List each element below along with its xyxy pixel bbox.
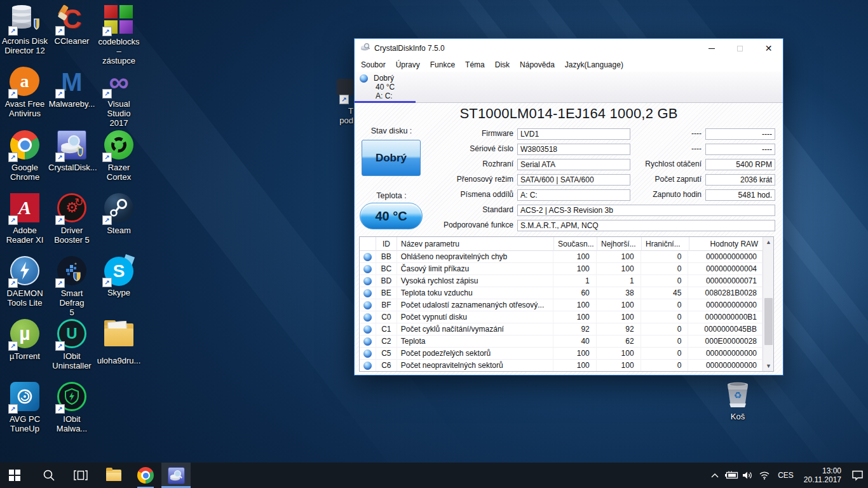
driverbooster-icon: ⚙↻↗ xyxy=(57,193,87,224)
menu-item-funkce[interactable]: Funkce xyxy=(425,59,460,71)
desktop-icon-driver-booster-5[interactable]: ⚙↻↗DriverBooster 5 xyxy=(48,193,95,255)
desktop-icon-acronis-disk-director-12[interactable]: ↗Acronis DiskDirector 12 xyxy=(1,4,48,67)
shortcut-arrow-icon: ↗ xyxy=(339,95,349,104)
smart-header-status[interactable] xyxy=(360,237,376,251)
disk-tab-drives: A: C: xyxy=(376,92,393,100)
start-button[interactable] xyxy=(0,463,29,488)
chrome-icon: ↗ xyxy=(10,130,40,161)
desktop-icon-ccleaner[interactable]: C↗CCleaner xyxy=(48,4,95,67)
desktop-icon-label: AVG PCTuneUp xyxy=(1,414,48,433)
smart-row-BC[interactable]: BCČasový limit příkazu100100000000000000… xyxy=(360,263,763,275)
desktop-icon-iobit-malwa[interactable]: ↗IObitMalwa... xyxy=(48,381,95,444)
action-center-button[interactable] xyxy=(846,463,868,488)
desktop-icon-label: Acronis DiskDirector 12 xyxy=(1,36,48,55)
maximize-button[interactable] xyxy=(726,39,754,58)
clock[interactable]: 13:00 20.11.2017 xyxy=(799,466,846,484)
desktop-icon-partial[interactable]: ↗ Tpod xyxy=(318,79,353,125)
wifi-tray-button[interactable] xyxy=(756,463,773,488)
desktop-icon-codeblocks-z-stupce[interactable]: ↗codeblocks –zástupce xyxy=(95,4,142,67)
smart-cell: 45 xyxy=(641,287,689,299)
menu-item-soubor[interactable]: Soubor xyxy=(356,59,391,71)
desktop-icon-daemon-tools-lite[interactable]: ↗DAEMONTools Lite xyxy=(1,255,48,318)
smart-cell: 0 xyxy=(641,360,689,372)
shortcut-arrow-icon: ↗ xyxy=(8,341,18,351)
smart-row-BB[interactable]: BBOhlášeno neopravitelných chyb100100000… xyxy=(360,251,763,263)
smart-cell: 100 xyxy=(553,263,597,275)
desktop-icon-skype[interactable]: S↗Skype xyxy=(95,255,142,318)
desktop-icon-avast-free-antivirus[interactable]: a↗Avast FreeAntivirus xyxy=(1,67,48,130)
smart-row-BE[interactable]: BETeplota toku vzduchu6038450080281B0028 xyxy=(360,287,763,299)
desktop-icon-label: DriverBooster 5 xyxy=(48,226,95,245)
desktop-icon-google-chrome[interactable]: ↗GoogleChrome xyxy=(1,130,48,193)
windows-logo-icon xyxy=(9,470,20,481)
smart-cell: 100 xyxy=(597,348,641,360)
disk-tab[interactable]: Dobrý 40 °C A: C: xyxy=(355,72,416,103)
desktop-icon-malwareby[interactable]: M↗Malwareby... xyxy=(48,67,95,130)
desktop-icon-smart-defrag-5[interactable]: ↗Smart Defrag5 xyxy=(48,255,95,318)
menu-bar: SouborÚpravyFunkceTémaDiskNápovědaJazyk(… xyxy=(355,58,783,72)
smart-cell: Počet vypnutí disku xyxy=(397,311,553,323)
smart-row-C0[interactable]: C0Počet vypnutí disku10010000000000000B1 xyxy=(360,311,763,323)
smart-row-C5[interactable]: C5Počet podezřelých sektorů1001000000000… xyxy=(360,348,763,360)
desktop-icon-avg-pc-tuneup[interactable]: ↗AVG PCTuneUp xyxy=(1,381,48,444)
field-rozhran-value: Serial ATA xyxy=(517,159,630,170)
smart-header-hodnotyraw[interactable]: Hodnoty RAW xyxy=(689,237,764,251)
smart-row-C2[interactable]: C2Teplota40620000E00000028 xyxy=(360,336,763,348)
desktop-icon-crystaldisk[interactable]: ↗CrystalDisk... xyxy=(48,130,95,193)
desktop-icon-razer-cortex[interactable]: ↗Razer Cortex xyxy=(95,130,142,193)
desktop-icon-label: CCleaner xyxy=(48,36,95,46)
language-indicator[interactable]: CES xyxy=(773,471,799,480)
chrome-taskbar-button[interactable] xyxy=(131,463,160,488)
menu-item-pravy[interactable]: Úpravy xyxy=(391,59,425,71)
menu-item-disk[interactable]: Disk xyxy=(490,59,515,71)
menu-item-npovda[interactable]: Nápověda xyxy=(515,59,560,71)
minimize-button[interactable] xyxy=(697,39,726,58)
disk-tab-temperature: 40 °C xyxy=(376,83,395,92)
scroll-down-icon[interactable]: ▼ xyxy=(763,361,774,371)
smart-cell: 000000000071 xyxy=(688,275,763,287)
disk-health-orb-icon xyxy=(360,74,368,83)
smart-cell: BB xyxy=(376,251,397,263)
field-empty-1-value: ---- xyxy=(705,144,775,155)
smart-cell: C0 xyxy=(376,311,397,323)
smart-row-C1[interactable]: C1Počet cyklů načítání/vymazání929200000… xyxy=(360,323,763,336)
health-orb-icon xyxy=(360,348,376,360)
scroll-up-icon[interactable]: ▲ xyxy=(763,237,774,247)
smart-cell: 1 xyxy=(597,275,641,287)
smart-cell: 60 xyxy=(553,287,597,299)
smart-cell: C5 xyxy=(376,348,397,360)
smart-table-header[interactable]: IDNázev parametruSoučasn...Nejhorší...Hr… xyxy=(360,237,773,251)
desktop-icon-torrent[interactable]: µ↗µTorrent xyxy=(1,318,48,381)
field-rychlost-ot-en-value: 5400 RPM xyxy=(705,159,775,170)
scrollbar-thumb[interactable] xyxy=(764,298,773,345)
search-icon xyxy=(43,469,55,482)
smart-cell: BC xyxy=(376,263,397,275)
task-view-button[interactable] xyxy=(66,463,95,488)
menu-item-tma[interactable]: Téma xyxy=(460,59,490,71)
tray-chevron-button[interactable] xyxy=(707,463,723,488)
volume-tray-button[interactable] xyxy=(740,463,756,488)
desktop-icon-steam[interactable]: ↗Steam xyxy=(95,193,142,255)
smart-cell: C1 xyxy=(376,323,397,336)
search-button[interactable] xyxy=(34,463,64,488)
smart-row-C6[interactable]: C6Počet neopravitelných sektorů100100000… xyxy=(360,360,763,371)
file-explorer-button[interactable] xyxy=(99,463,128,488)
desktop-icon-iobit-uninstaller[interactable]: U↗IObitUninstaller xyxy=(48,318,95,381)
smart-header-nejhor[interactable]: Nejhorší... xyxy=(597,237,642,251)
desktop-icon-uloha9dru[interactable]: ↗uloha9dru... xyxy=(95,318,142,381)
smart-header-id[interactable]: ID xyxy=(376,237,397,251)
smart-row-BD[interactable]: BDVysoká rychlost zápisu110000000000071 xyxy=(360,275,763,287)
battery-tray-button[interactable] xyxy=(723,463,740,488)
smart-header-nzevparametru[interactable]: Název parametru xyxy=(397,237,554,251)
smart-header-souasn[interactable]: Současn... xyxy=(554,237,597,251)
desktop-icon-recycle-bin[interactable]: ♻ Koš xyxy=(719,379,756,421)
desktop-icon-adobe-reader-xi[interactable]: A↗AdobeReader XI xyxy=(1,193,48,255)
smart-table-scrollbar[interactable]: ▲ ▼ xyxy=(763,237,773,371)
crystaldiskinfo-taskbar-button[interactable] xyxy=(161,463,191,488)
smart-row-BF[interactable]: BFPočet udalostí zaznamenaných otřesový.… xyxy=(360,299,763,311)
menu-item-jazyklanguage[interactable]: Jazyk(Language) xyxy=(560,59,628,71)
smart-header-hranin[interactable]: Hraniční... xyxy=(642,237,689,251)
close-button[interactable]: ✕ xyxy=(754,39,783,58)
desktop-icon-visual-studio-2017[interactable]: ∞↗Visual Studio2017 xyxy=(95,67,142,130)
titlebar[interactable]: CrystalDiskInfo 7.5.0 ✕ xyxy=(355,39,783,58)
